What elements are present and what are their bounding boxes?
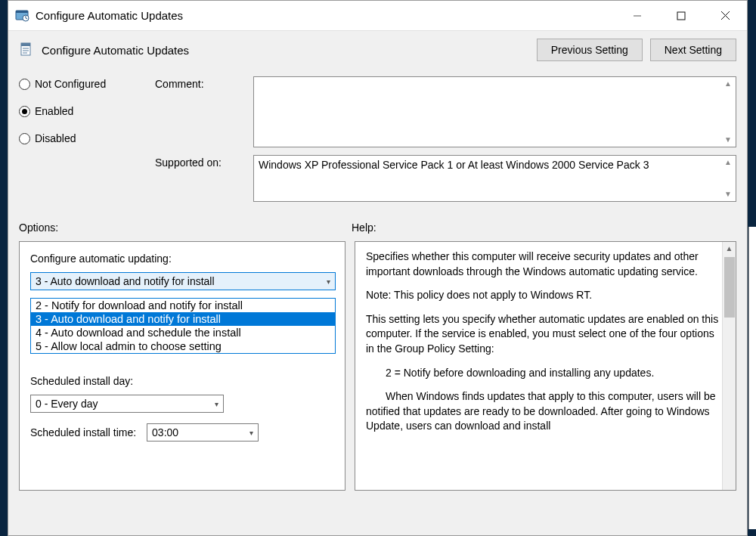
chevron-down-icon: ▾	[327, 277, 330, 286]
comment-label: Comment:	[155, 76, 253, 90]
configure-updating-combo[interactable]: 3 - Auto download and notify for install…	[30, 272, 336, 290]
scheduled-day-label: Scheduled install day:	[30, 375, 334, 387]
help-paragraph: This setting lets you specify whether au…	[366, 312, 719, 357]
scrollbar-thumb[interactable]	[724, 257, 735, 318]
maximize-button[interactable]	[659, 1, 703, 31]
section-labels: Options: Help:	[19, 222, 736, 234]
background-window-peek	[748, 227, 756, 529]
scheduled-day-combo[interactable]: 0 - Every day ▾	[30, 395, 224, 413]
help-paragraph: Note: This policy does not apply to Wind…	[366, 288, 719, 303]
scroll-up-icon[interactable]: ▲	[722, 157, 734, 168]
help-text: Specifies whether this computer will rec…	[366, 249, 719, 434]
close-button[interactable]	[703, 1, 747, 31]
panels-row: Configure automatic updating: 3 - Auto d…	[19, 241, 736, 491]
dialog-window: Configure Automatic Updates Configure Au…	[8, 0, 748, 536]
comment-textarea[interactable]: ▲ ▼	[253, 76, 736, 147]
titlebar: Configure Automatic Updates	[8, 1, 747, 31]
header-row: Configure Automatic Updates Previous Set…	[19, 39, 736, 61]
help-panel: Specifies whether this computer will rec…	[355, 241, 736, 491]
help-scrollbar[interactable]: ▲	[722, 242, 736, 490]
help-heading: Help:	[352, 222, 376, 234]
help-paragraph: When Windows finds updates that apply to…	[366, 389, 719, 434]
help-paragraph: 2 = Notify before downloading and instal…	[366, 366, 719, 381]
configure-updating-dropdown[interactable]: 2 - Notify for download and notify for i…	[30, 298, 336, 354]
client-area: Configure Automatic Updates Previous Set…	[8, 31, 747, 535]
chevron-down-icon: ▾	[215, 400, 218, 408]
svg-rect-1	[16, 11, 28, 13]
comment-scroll: ▲ ▼	[722, 79, 734, 145]
combo-value: 3 - Auto download and notify for install	[36, 275, 215, 287]
dropdown-option[interactable]: 4 - Auto download and schedule the insta…	[31, 326, 335, 339]
radio-disabled[interactable]: Disabled	[19, 132, 155, 144]
app-icon	[14, 8, 29, 23]
radio-label: Disabled	[35, 132, 76, 144]
next-setting-button[interactable]: Next Setting	[650, 39, 736, 61]
config-grid: Not Configured Enabled Disabled Comment:…	[19, 76, 736, 202]
scroll-down-icon[interactable]: ▼	[722, 135, 734, 145]
scroll-up-icon[interactable]: ▲	[726, 242, 733, 256]
options-heading: Options:	[19, 222, 352, 234]
dropdown-option[interactable]: 5 - Allow local admin to choose setting	[31, 339, 335, 353]
page-title: Configure Automatic Updates	[42, 44, 189, 57]
previous-setting-button[interactable]: Previous Setting	[537, 39, 643, 61]
dropdown-option[interactable]: 3 - Auto download and notify for install	[31, 312, 335, 326]
svg-rect-8	[21, 43, 30, 46]
supported-readonly: Windows XP Professional Service Pack 1 o…	[253, 155, 736, 202]
state-radio-group: Not Configured Enabled Disabled	[19, 76, 155, 144]
radio-icon	[19, 79, 30, 90]
window-controls	[615, 1, 747, 31]
window-title: Configure Automatic Updates	[36, 9, 183, 22]
supported-label: Supported on:	[155, 155, 253, 169]
radio-not-configured[interactable]: Not Configured	[19, 78, 155, 90]
svg-rect-4	[677, 12, 685, 20]
radio-icon	[19, 106, 30, 117]
combo-value: 0 - Every day	[36, 398, 98, 410]
help-paragraph: Specifies whether this computer will rec…	[366, 249, 719, 279]
scroll-up-icon[interactable]: ▲	[722, 79, 734, 89]
minimize-button[interactable]	[615, 1, 659, 31]
radio-enabled[interactable]: Enabled	[19, 105, 155, 117]
combo-value: 03:00	[152, 426, 178, 438]
scheduled-time-combo[interactable]: 03:00 ▾	[147, 423, 259, 442]
scroll-down-icon[interactable]: ▼	[722, 189, 734, 200]
dropdown-option[interactable]: 2 - Notify for download and notify for i…	[31, 299, 335, 312]
radio-label: Enabled	[35, 105, 73, 117]
supported-scroll: ▲ ▼	[722, 157, 734, 200]
policy-icon	[19, 42, 36, 58]
configure-updating-label: Configure automatic updating:	[30, 253, 334, 265]
radio-icon	[19, 133, 30, 144]
radio-label: Not Configured	[35, 78, 106, 90]
scheduled-time-label: Scheduled install time:	[30, 426, 136, 438]
chevron-down-icon: ▾	[249, 429, 253, 437]
supported-value: Windows XP Professional Service Pack 1 o…	[259, 159, 649, 171]
options-panel: Configure automatic updating: 3 - Auto d…	[19, 241, 345, 491]
